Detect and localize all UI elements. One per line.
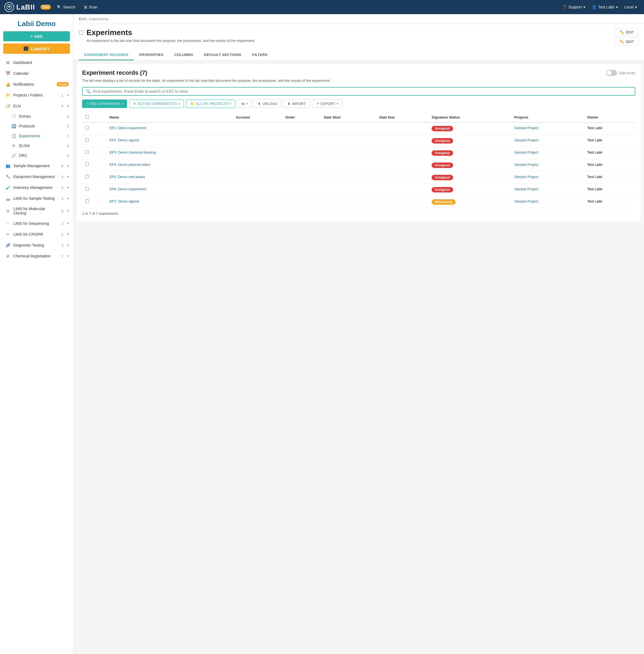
labiigpt-button[interactable]: ⬛ LABIIGPT xyxy=(3,44,70,54)
sidebar-item-label: ELN xyxy=(13,104,59,108)
row-order-cell xyxy=(282,135,321,147)
sidebar-title: Labii Demo xyxy=(0,14,73,31)
project-link-1[interactable]: Sample Project xyxy=(514,138,538,142)
sidebar-item-entries[interactable]: 📄 Entries 2 xyxy=(3,112,73,121)
active-experiments-filter-button[interactable]: ⊓ ACTIVE EXPERIMENTS ▾ xyxy=(129,99,184,108)
support-button[interactable]: ❓ Support ▾ xyxy=(559,3,588,11)
search-nav-label: Search xyxy=(63,5,75,9)
chemical-count: 1 xyxy=(62,254,63,258)
tab-experiment-records[interactable]: EXPERIMENT RECORDS xyxy=(79,50,134,60)
row-date-due-cell xyxy=(376,135,428,147)
row-checkbox-2[interactable] xyxy=(85,150,89,154)
sidebar-item-lims-cloning[interactable]: ⊙ LIMS for Molecular Cloning 5 ▾ xyxy=(0,204,73,218)
sidebar: Labii Demo + ADD ⬛ LABIIGPT ⊞ Dashboard … xyxy=(0,14,73,654)
row-project-cell: Sample Project xyxy=(511,135,584,147)
sidebar-item-projects[interactable]: 📁 Projects / Folders 1 ▾ xyxy=(0,90,73,101)
row-account-cell xyxy=(232,135,282,147)
record-link-2[interactable]: EP3: Demo chemical drawing xyxy=(109,150,156,154)
edit-button-2[interactable]: ✏️ EDIT xyxy=(615,38,639,46)
sidebar-item-equipment-mgmt[interactable]: 🔧 Equipment Management 4 ▾ xyxy=(0,171,73,182)
tab-columns[interactable]: COLUMNS xyxy=(169,50,199,60)
tab-properties[interactable]: PROPERTIES xyxy=(134,50,169,60)
breadcrumb-current: Experiments xyxy=(89,17,109,21)
tab-filters[interactable]: FILTERS xyxy=(247,50,273,60)
add-button[interactable]: + ADD xyxy=(3,31,70,41)
lims-testing-icon: 🧫 xyxy=(5,196,10,201)
import-label: IMPORT xyxy=(292,102,306,106)
project-link-4[interactable]: Sample Project xyxy=(514,175,538,179)
search-nav-icon: 🔍 xyxy=(57,5,62,9)
page-select-checkbox[interactable] xyxy=(79,30,83,35)
record-link-6[interactable]: EP7: Demo signed xyxy=(109,199,139,203)
record-link-3[interactable]: EP4: Demo plasmid editor xyxy=(109,163,151,167)
search-input[interactable] xyxy=(93,89,631,94)
user-button[interactable]: 👤 Test Labii ▾ xyxy=(589,3,620,11)
page-header: Experiments An experiment is the lab not… xyxy=(73,24,644,60)
scan-button[interactable]: ⊞ Scan xyxy=(81,3,100,11)
sidebar-item-sample-mgmt[interactable]: 👥 Sample Management 6 ▾ xyxy=(0,161,73,171)
edit-mode-toggle[interactable] xyxy=(606,70,617,76)
elisa-count: 0 xyxy=(67,144,69,148)
col-date-start: Date Start xyxy=(321,112,376,122)
select-all-checkbox[interactable] xyxy=(85,115,89,119)
row-checkbox-0[interactable] xyxy=(85,126,89,129)
sidebar-item-diagnostic[interactable]: 🧬 Diagnostic Testing 3 ▾ xyxy=(0,240,73,251)
record-link-1[interactable]: EP2: Demo signed xyxy=(109,138,139,142)
dashboard-icon: ⊞ xyxy=(5,60,10,65)
project-link-3[interactable]: Sample Project xyxy=(514,163,538,167)
sidebar-item-eln[interactable]: 📝 ELN 5 ▾ xyxy=(0,101,73,112)
import-button[interactable]: ⬇ IMPORT xyxy=(283,99,310,108)
sidebar-item-inventory-mgmt[interactable]: 🧪 Inventory Management 5 ▾ xyxy=(0,182,73,193)
all-projects-button[interactable]: 📁 ALL MY PROJECTS ▾ xyxy=(186,99,235,108)
tab-default-sections[interactable]: DEFAULT SECTIONS xyxy=(199,50,247,60)
row-checkbox-1[interactable] xyxy=(85,138,89,142)
add-experiment-chevron-icon: ▾ xyxy=(122,102,123,105)
col-account: Account xyxy=(232,112,282,122)
project-link-2[interactable]: Sample Project xyxy=(514,150,538,154)
row-status-cell: Unsigned xyxy=(428,135,511,147)
record-link-0[interactable]: EP1: Demo experiment xyxy=(109,126,146,130)
view-button[interactable]: ⊞ ▾ xyxy=(237,99,252,108)
protocols-icon: 🔤 xyxy=(11,123,16,129)
project-link-0[interactable]: Sample Project xyxy=(514,126,538,130)
col-date-due: Date Due xyxy=(376,112,428,122)
table-row: EP3: Demo chemical drawing Unsigned Samp… xyxy=(82,147,635,159)
row-checkbox-6[interactable] xyxy=(85,199,89,203)
sidebar-sub-label: Experiments xyxy=(19,134,64,138)
sidebar-item-calendar[interactable]: 📅 Calendar xyxy=(0,68,73,79)
project-link-5[interactable]: Sample Project xyxy=(514,187,538,191)
record-link-5[interactable]: EP6: Demo experiment xyxy=(109,187,146,191)
project-link-6[interactable]: Sample Project xyxy=(514,199,538,203)
row-date-start-cell xyxy=(321,159,376,171)
sidebar-item-chemical[interactable]: ⊘ Chemical Registration 1 ▾ xyxy=(0,251,73,262)
sidebar-item-drc[interactable]: 📈 DRC 0 xyxy=(3,151,73,161)
diagnostic-icon: 🧬 xyxy=(5,242,10,248)
row-checkbox-3[interactable] xyxy=(85,163,89,166)
breadcrumb-eln[interactable]: ELN xyxy=(79,17,86,21)
inventory-count: 5 xyxy=(62,186,63,190)
sidebar-item-protocols[interactable]: 🔤 Protocols 3 xyxy=(3,121,73,131)
search-nav-button[interactable]: 🔍 Search xyxy=(54,3,78,11)
row-name-cell: EP5: Demo well plates xyxy=(106,171,232,184)
sidebar-item-lims-sequencing[interactable]: ··· LIMS for Sequencing 2 ▾ xyxy=(0,218,73,229)
scan-icon: ⊞ xyxy=(84,5,87,9)
locale-button[interactable]: Local ▾ xyxy=(622,3,640,11)
drc-icon: 📈 xyxy=(11,153,16,158)
eln-arrow-icon: ▾ xyxy=(67,104,69,108)
sidebar-item-dashboard[interactable]: ⊞ Dashboard xyxy=(0,57,73,68)
edit-button-1[interactable]: ✏️ EDIT xyxy=(615,28,639,36)
sidebar-item-lims-testing[interactable]: 🧫 LIMS for Sample Testing 3 ▾ xyxy=(0,193,73,204)
row-checkbox-4[interactable] xyxy=(85,175,89,178)
record-link-4[interactable]: EP5: Demo well plates xyxy=(109,175,145,179)
add-experiment-button[interactable]: + ADD EXPERIMENT ▾ xyxy=(82,99,127,108)
sidebar-item-experiments[interactable]: 📋 Experiments 7 xyxy=(3,131,73,141)
tabs: EXPERIMENT RECORDS PROPERTIES COLUMNS DE… xyxy=(79,50,639,60)
sidebar-item-notifications[interactable]: 🔔 Notifications 4 new xyxy=(0,79,73,90)
upload-button[interactable]: ⬆ UPLOAD xyxy=(254,99,281,108)
row-checkbox-5[interactable] xyxy=(85,187,89,191)
export-button[interactable]: ↗ EXPORT ▾ xyxy=(312,99,342,108)
sidebar-item-lims-crispr[interactable]: ✂ LIMS for CRISPR 2 ▾ xyxy=(0,229,73,240)
sidebar-item-elisa[interactable]: ✳ ELISA 0 xyxy=(3,141,73,151)
col-order: Order xyxy=(282,112,321,122)
lims-sequencing-arrow-icon: ▾ xyxy=(67,221,69,225)
